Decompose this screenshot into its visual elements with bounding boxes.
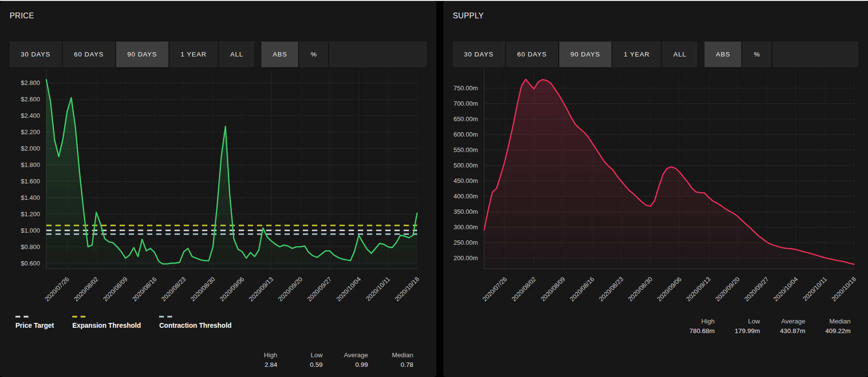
price-stats: High 2.84 Low 0.59 Average 0.99 Median 0…: [247, 351, 413, 368]
stat-low: Low 0.59: [293, 351, 323, 368]
svg-text:2020/09/13: 2020/09/13: [685, 276, 712, 303]
supply-range-all-button[interactable]: ALL: [662, 42, 699, 67]
svg-text:300.00m: 300.00m: [453, 223, 478, 231]
stat-high: High 2.84: [247, 351, 277, 368]
supply-range-30-days-button[interactable]: 30 DAYS: [453, 42, 506, 67]
svg-text:2020/08/30: 2020/08/30: [626, 276, 654, 303]
svg-text:350.00m: 350.00m: [453, 208, 478, 215]
price-chart-canvas[interactable]: $0.600$0.800$1.000$1.200$1.400$1.600$1.8…: [0, 66, 429, 303]
svg-text:2020/08/23: 2020/08/23: [160, 276, 188, 303]
svg-text:2020/09/20: 2020/09/20: [714, 276, 741, 303]
stat-value: 0.78: [401, 361, 413, 368]
supply-chart-canvas[interactable]: 200.00m250.00m300.00m350.00m400.00m450.0…: [443, 66, 863, 303]
supply-range-toolbar: 30 DAYS 60 DAYS 90 DAYS 1 YEAR ALL ABS %: [453, 42, 858, 67]
svg-text:700.00m: 700.00m: [453, 100, 478, 107]
svg-text:2020/10/18: 2020/10/18: [830, 276, 857, 303]
legend-item-expansion-threshold[interactable]: Expansion Threshold: [72, 316, 141, 329]
price-range-90-days-button[interactable]: 90 DAYS: [116, 42, 170, 67]
supply-mode-abs-button[interactable]: ABS: [705, 42, 743, 67]
supply-panel-title: SUPPLY: [453, 12, 484, 20]
expansion-threshold-dashed-line-icon: [72, 316, 86, 318]
svg-text:2020/08/02: 2020/08/02: [510, 276, 538, 303]
svg-text:2020/09/27: 2020/09/27: [743, 276, 771, 303]
stat-value: 409.22m: [825, 327, 851, 335]
supply-range-60-days-button[interactable]: 60 DAYS: [506, 42, 560, 67]
price-mode-abs-button[interactable]: ABS: [261, 42, 299, 67]
legend-label: Price Target: [15, 321, 54, 329]
svg-text:750.00m: 750.00m: [453, 84, 478, 92]
svg-text:400.00m: 400.00m: [453, 193, 478, 200]
supply-panel: SUPPLY 30 DAYS 60 DAYS 90 DAYS 1 YEAR AL…: [443, 1, 868, 377]
svg-text:2020/09/06: 2020/09/06: [656, 276, 683, 303]
svg-text:600.00m: 600.00m: [453, 131, 478, 138]
toolbar-divider: [699, 42, 705, 67]
svg-text:450.00m: 450.00m: [453, 177, 478, 184]
stat-label: Average: [781, 318, 805, 325]
svg-text:2020/07/26: 2020/07/26: [43, 276, 71, 303]
svg-text:2020/10/11: 2020/10/11: [365, 276, 392, 303]
svg-text:2020/10/04: 2020/10/04: [335, 276, 363, 303]
price-panel: PRICE 30 DAYS 60 DAYS 90 DAYS 1 YEAR ALL…: [0, 1, 436, 377]
svg-text:2020/10/04: 2020/10/04: [772, 276, 800, 303]
price-range-toolbar: 30 DAYS 60 DAYS 90 DAYS 1 YEAR ALL ABS %: [10, 42, 427, 67]
stat-label: Low: [748, 318, 760, 325]
stat-median: Median 0.78: [383, 351, 413, 368]
price-chart-legend: Price Target Expansion Threshold Contrac…: [15, 316, 231, 329]
svg-text:2020/08/23: 2020/08/23: [597, 276, 625, 303]
svg-text:550.00m: 550.00m: [453, 146, 478, 154]
svg-text:$0.600: $0.600: [21, 260, 40, 267]
stat-value: 780.68m: [689, 327, 715, 335]
stat-median: Median 409.22m: [821, 318, 851, 335]
svg-text:$2.800: $2.800: [21, 79, 40, 86]
supply-range-90-days-button[interactable]: 90 DAYS: [559, 42, 613, 67]
svg-text:$0.800: $0.800: [21, 243, 40, 251]
price-range-60-days-button[interactable]: 60 DAYS: [63, 42, 117, 67]
stat-value: 2.84: [265, 361, 277, 368]
svg-text:$1.600: $1.600: [21, 178, 40, 185]
svg-text:$2.200: $2.200: [21, 128, 40, 136]
stat-label: Median: [392, 351, 413, 359]
stat-label: Low: [311, 351, 323, 359]
legend-item-contraction-threshold[interactable]: Contraction Threshold: [159, 316, 231, 329]
legend-label: Expansion Threshold: [72, 321, 141, 329]
svg-text:2020/09/06: 2020/09/06: [218, 276, 246, 303]
stat-value: 179.99m: [734, 327, 760, 335]
legend-label: Contraction Threshold: [159, 321, 231, 329]
supply-mode-percent-button[interactable]: %: [743, 42, 773, 67]
contraction-threshold-dashed-line-icon: [159, 316, 173, 318]
price-panel-title: PRICE: [10, 12, 34, 20]
stat-low: Low 179.99m: [730, 318, 760, 335]
stat-value: 430.87m: [780, 327, 805, 335]
svg-text:250.00m: 250.00m: [453, 239, 478, 246]
price-range-all-button[interactable]: ALL: [219, 42, 256, 67]
stat-average: Average 0.99: [338, 351, 368, 368]
toolbar-divider: [256, 42, 261, 67]
svg-text:200.00m: 200.00m: [453, 254, 478, 262]
svg-text:$1.200: $1.200: [21, 210, 40, 218]
svg-text:2020/10/11: 2020/10/11: [801, 276, 828, 303]
svg-text:2020/08/30: 2020/08/30: [189, 276, 217, 303]
svg-text:2020/10/18: 2020/10/18: [393, 276, 420, 303]
stat-label: Median: [829, 318, 851, 325]
svg-text:2020/09/27: 2020/09/27: [306, 276, 333, 303]
svg-text:2020/07/26: 2020/07/26: [481, 276, 509, 303]
price-range-1-year-button[interactable]: 1 YEAR: [170, 42, 219, 67]
svg-text:2020/09/20: 2020/09/20: [277, 276, 304, 303]
svg-text:2020/08/09: 2020/08/09: [102, 276, 129, 303]
price-mode-percent-button[interactable]: %: [299, 42, 329, 67]
supply-range-1-year-button[interactable]: 1 YEAR: [613, 42, 663, 67]
svg-text:$1.800: $1.800: [21, 161, 40, 168]
stat-label: High: [701, 318, 715, 325]
stat-high: High 780.68m: [685, 318, 715, 335]
legend-item-price-target[interactable]: Price Target: [15, 316, 54, 329]
svg-text:$2.600: $2.600: [21, 96, 40, 103]
stat-label: Average: [344, 351, 368, 359]
svg-text:2020/08/02: 2020/08/02: [72, 276, 100, 303]
price-target-dashed-line-icon: [15, 316, 29, 318]
svg-text:2020/09/13: 2020/09/13: [247, 276, 275, 303]
price-range-30-days-button[interactable]: 30 DAYS: [10, 42, 63, 67]
stat-value: 0.99: [355, 361, 368, 368]
supply-stats: High 780.68m Low 179.99m Average 430.87m…: [685, 318, 851, 335]
svg-text:$2.000: $2.000: [21, 145, 40, 152]
svg-text:$2.400: $2.400: [21, 112, 40, 119]
